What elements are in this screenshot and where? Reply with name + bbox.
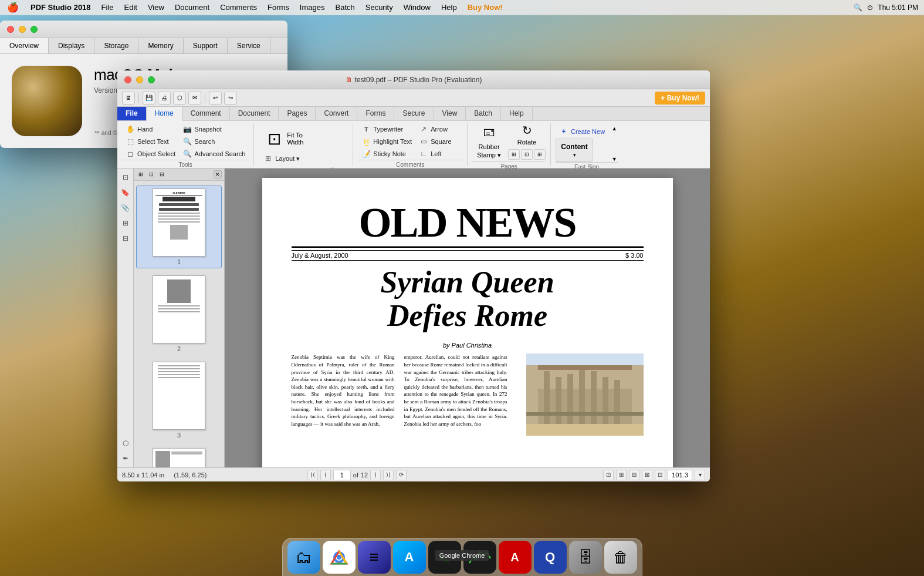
menubar-security[interactable]: Security [361,2,398,13]
nav-last[interactable]: ⟩⟩ [383,470,394,480]
tool-create-new[interactable]: + Create New [556,126,608,137]
toolbar-save[interactable]: 💾 [143,92,155,105]
menubar-app-name[interactable]: PDF Studio 2018 [26,2,96,13]
status-btn-5[interactable]: ⊡ [655,470,665,480]
tab-displays[interactable]: Displays [49,38,94,53]
tool-snapshot[interactable]: 📷 Snapshot [179,123,249,135]
ribbon-tab-convert[interactable]: Convert [316,107,357,120]
menubar-document[interactable]: Document [170,2,214,13]
page-input[interactable] [333,470,351,480]
pdf-maximize-button[interactable] [148,76,155,83]
sidebar-tool-3[interactable]: 📎 [119,201,132,214]
status-btn-2[interactable]: ⊞ [616,470,627,480]
ribbon-tab-pages[interactable]: Pages [279,107,316,120]
maximize-button[interactable] [31,26,38,33]
tool-layout[interactable]: ⊞ Layout ▾ [260,153,303,164]
menubar-file[interactable]: File [97,2,119,13]
tool-arrow[interactable]: ↗ Arrow [415,123,462,135]
status-btn-1[interactable]: ⊡ [603,470,614,480]
panel-icon-3[interactable]: ⊟ [157,170,167,179]
tab-service[interactable]: Service [228,38,270,53]
menubar-buynow[interactable]: Buy Now! [463,2,507,13]
tool-fit-to-width[interactable]: ⊡ Fit To Width [259,126,348,151]
dock-chrome[interactable] [323,541,356,574]
nav-first[interactable]: ⟨⟨ [307,470,318,480]
menubar-search-icon[interactable]: 🔍 [854,4,862,12]
pages-options-btn[interactable]: ⊡ [521,149,533,160]
status-btn-4[interactable]: ⊠ [642,470,652,480]
dock-finder[interactable]: 🗂 [287,541,320,574]
dock-pdfstudio[interactable]: Q [534,541,567,574]
tool-highlight[interactable]: H̲ Highlight Text [358,136,415,147]
tool-select-text[interactable]: ⬚ Select Text [122,136,179,147]
ribbon-tab-comment[interactable]: Comment [182,107,230,120]
tool-content[interactable]: Content ▾ [556,139,593,162]
sidebar-tool-5[interactable]: ⊟ [119,232,132,245]
ribbon-tab-document[interactable]: Document [230,107,279,120]
dock-acrobat[interactable]: A [499,541,532,574]
toolbar-undo[interactable]: ↩ [209,92,222,105]
pdf-close-button[interactable] [124,76,131,83]
thumbnail-item-4[interactable]: 4 [136,446,222,467]
close-button[interactable] [7,26,14,33]
pdf-minimize-button[interactable] [136,76,143,83]
menubar-batch[interactable]: Batch [330,2,359,13]
tool-search[interactable]: 🔍 Search [179,136,249,147]
sidebar-tool-4[interactable]: ⊞ [119,217,132,230]
ribbon-tab-view[interactable]: View [434,107,466,120]
tool-left-comment[interactable]: ∟ Left [415,148,462,160]
menubar-images[interactable]: Images [295,2,330,13]
dock-finder2[interactable]: 🗄 [569,541,602,574]
thumbnail-item-3[interactable]: 3 [136,359,222,441]
ribbon-tab-secure[interactable]: Secure [394,107,434,120]
pages-split-btn[interactable]: ⊞ [534,149,546,160]
minimize-button[interactable] [19,26,26,33]
ribbon-tab-home[interactable]: Home [147,107,182,121]
toolbar-share[interactable]: ⬡ [173,92,186,105]
toolbar-redo[interactable]: ↪ [224,92,237,105]
sidebar-tool-share[interactable]: ⬡ [119,437,132,450]
scroll-down-btn[interactable]: ▼ [611,156,618,162]
dock-appstore[interactable]: A [393,541,426,574]
zoom-input[interactable] [668,470,692,480]
toolbar-new[interactable]: 🗎 [122,92,135,105]
toolbar-email[interactable]: ✉ [188,92,201,105]
nav-refresh[interactable]: ⟳ [396,470,407,480]
menubar-help[interactable]: Help [436,2,462,13]
menubar-forms[interactable]: Forms [263,2,294,13]
tool-rotate[interactable]: ↻ Rotate [513,121,541,148]
thumbnail-item-2[interactable]: 2 [136,273,222,355]
dock-stacks[interactable]: ≡ [358,541,391,574]
tool-typewriter[interactable]: T Typewriter [358,123,415,135]
sidebar-tool-2[interactable]: 🔖 [119,186,132,199]
tool-rubber-stamp[interactable]: 🖃 Rubber Stamp ▾ [472,121,506,161]
tool-square[interactable]: ▭ Square [415,136,462,147]
toolbar-print[interactable]: 🖨 [158,92,171,105]
nav-prev[interactable]: ⟨ [320,470,331,480]
menubar-edit[interactable]: Edit [120,2,142,13]
nav-next[interactable]: ⟩ [370,470,381,480]
panel-close-button[interactable]: ✕ [214,170,222,178]
tab-memory[interactable]: Memory [138,38,183,53]
menubar-window[interactable]: Window [399,2,435,13]
panel-icon-1[interactable]: ⊞ [136,170,145,179]
sidebar-tool-sign[interactable]: ✒ [119,452,132,465]
menubar-siri-icon[interactable]: ⊙ [867,4,873,12]
dock-trash[interactable]: 🗑 [604,541,637,574]
buy-now-button[interactable]: + Buy Now! [655,92,705,105]
apple-menu[interactable]: 🍎 [0,2,26,13]
tab-storage[interactable]: Storage [94,38,138,53]
menubar-view[interactable]: View [143,2,169,13]
tab-support[interactable]: Support [184,38,228,53]
tool-sticky-note[interactable]: 📝 Sticky Note [358,148,415,160]
zoom-dropdown-btn[interactable]: ▾ [695,470,705,480]
sidebar-tool-1[interactable]: ⊡ [119,171,132,184]
thumbnail-item-1[interactable]: OLD NEWS 1 [136,186,222,268]
tool-object-select[interactable]: ◻ Object Select [122,148,179,160]
tool-hand[interactable]: ✋ Hand [122,123,179,135]
pdf-main[interactable]: OLD NEWS July & August, 2000 $ 3.00 Syri… [225,169,710,467]
rotate-options-btn[interactable]: ⊞ [508,149,520,160]
ribbon-tab-file[interactable]: File [117,107,147,120]
tab-overview[interactable]: Overview [0,38,49,53]
scroll-up-btn[interactable]: ▲ [611,126,618,132]
